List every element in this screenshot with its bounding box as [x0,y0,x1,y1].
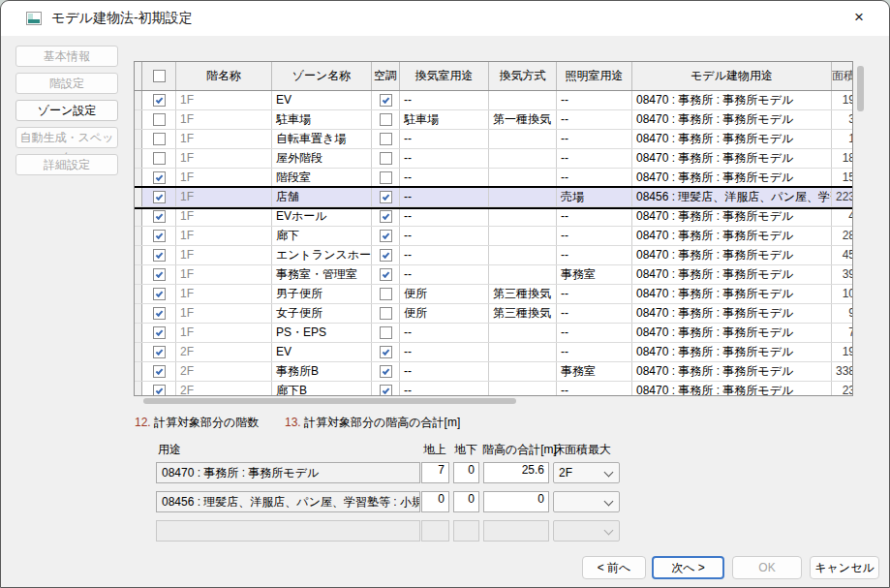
row-select-checkbox[interactable] [153,346,166,358]
table-row[interactable]: 1FEVホール----08470 : 事務所 : 事務所モデル4 [135,207,852,227]
hvac-checkbox[interactable] [380,113,392,126]
row-select-checkbox[interactable] [153,171,166,184]
height-sum-input[interactable]: 25.6 [483,462,549,483]
table-row[interactable]: 1FPS・EPS----08470 : 事務所 : 事務所モデル7 [135,324,852,343]
below-ground-input[interactable]: 0 [453,491,479,512]
above-ground-input[interactable]: 0 [421,491,449,512]
hvac-checkbox[interactable] [380,230,392,242]
row-select-checkbox[interactable] [153,326,166,339]
cell-lighting-room-use: -- [557,91,632,109]
sidebar-item-autogen-spec[interactable]: 自動生成・スペック [15,127,118,148]
row-select-checkbox-cell [142,91,176,109]
check-mark-icon [155,387,163,394]
above-ground-input [421,520,449,542]
row-header-strip [135,246,142,264]
select-all-checkbox[interactable] [153,70,166,82]
col-zone-name: ゾーン名称 [272,62,372,90]
table-row[interactable]: 1F事務室・管理室--事務室08470 : 事務所 : 事務所モデル39 [135,265,852,285]
hvac-checkbox[interactable] [380,171,392,184]
hvac-checkbox-cell [372,324,400,342]
prev-button[interactable]: < 前へ [582,556,646,579]
hvac-checkbox[interactable] [380,346,392,358]
next-button[interactable]: 次へ > [652,556,724,579]
row-select-checkbox[interactable] [153,307,166,320]
below-ground-input[interactable]: 0 [453,462,479,483]
col-vent-room-use: 換気室用途 [400,62,489,90]
check-mark-icon [382,251,389,259]
table-row[interactable]: 1FEV----08470 : 事務所 : 事務所モデル19 [135,91,852,110]
row-select-checkbox-cell [142,324,176,342]
cell-zone-name: EV [272,91,372,109]
hvac-checkbox[interactable] [380,152,392,165]
row-select-checkbox[interactable] [153,152,166,165]
table-row[interactable]: 1F廊下----08470 : 事務所 : 事務所モデル28 [135,227,852,246]
row-select-checkbox[interactable] [153,288,166,300]
cell-lighting-room-use: -- [557,169,632,187]
vertical-scrollbar-thumb[interactable] [857,66,864,111]
vertical-scrollbar[interactable] [857,63,864,396]
sidebar-item-basic-info[interactable]: 基本情報 [15,46,118,67]
row-header-strip [135,110,142,129]
floor-max-select[interactable]: 2F [553,462,620,483]
hvac-checkbox[interactable] [380,326,392,339]
table-row[interactable]: 1F階段室----08470 : 事務所 : 事務所モデル15 [135,169,852,188]
ok-button[interactable]: OK [732,556,802,579]
zone-table-body: 1FEV----08470 : 事務所 : 事務所モデル191F駐車場駐車場第一… [135,91,852,396]
table-row[interactable]: 2F廊下B----08470 : 事務所 : 事務所モデル23 [135,382,852,396]
row-select-checkbox-cell [142,227,176,245]
row-select-checkbox[interactable] [153,113,166,126]
row-header-strip [135,149,142,168]
horizontal-scrollbar[interactable] [136,398,852,405]
table-row[interactable]: 1F自転車置き場----08470 : 事務所 : 事務所モデル1 [135,130,852,149]
height-sum-input[interactable]: 0 [483,491,549,512]
table-row[interactable]: 1F男子便所便所第三種換気--08470 : 事務所 : 事務所モデル10 [135,285,852,304]
above-ground-input[interactable]: 7 [421,462,449,483]
hvac-checkbox[interactable] [380,307,392,320]
table-row[interactable]: 1F店舗--売場08456 : 理髪店、洋服店、パン屋、学習塾等223 [135,188,852,207]
hvac-checkbox-cell [372,149,400,168]
header-floor-area-max: 床面積最大 [553,442,611,458]
cell-model-building-use: 08470 : 事務所 : 事務所モデル [632,285,832,303]
row-select-checkbox[interactable] [153,385,166,396]
hvac-checkbox[interactable] [380,268,392,281]
table-row[interactable]: 1F女子便所便所第三種換気--08470 : 事務所 : 事務所モデル9 [135,304,852,324]
table-row[interactable]: 1Fエントランスホール----08470 : 事務所 : 事務所モデル45 [135,246,852,265]
table-row[interactable]: 1F屋外階段----08470 : 事務所 : 事務所モデル18 [135,149,852,169]
row-header-strip [135,382,142,396]
dialog-title: モデル建物法-初期設定 [51,10,193,27]
cell-floor-name: 1F [176,207,272,226]
row-select-checkbox[interactable] [153,94,166,107]
row-select-checkbox[interactable] [153,230,166,242]
floor-max-select[interactable] [553,491,620,512]
horizontal-scrollbar-thumb[interactable] [143,398,516,404]
sidebar-item-detail-settings[interactable]: 詳細設定 [15,154,118,175]
hvac-checkbox[interactable] [380,385,392,396]
hvac-checkbox[interactable] [380,191,392,203]
table-row[interactable]: 1F駐車場駐車場第一種換気--08470 : 事務所 : 事務所モデル3 [135,110,852,130]
header-below-ground: 地下 [448,442,483,458]
hvac-checkbox[interactable] [380,133,392,145]
row-header-strip [135,130,142,148]
hvac-checkbox[interactable] [380,249,392,262]
hvac-checkbox[interactable] [380,94,392,107]
row-select-checkbox[interactable] [153,191,166,203]
hvac-checkbox[interactable] [380,288,392,300]
table-row[interactable]: 2FEV----08470 : 事務所 : 事務所モデル19 [135,343,852,362]
close-icon[interactable]: × [837,1,881,34]
cell-vent-method: 第三種換気 [489,285,557,303]
cell-vent-room-use: -- [400,188,489,206]
row-select-checkbox[interactable] [153,249,166,262]
row-select-checkbox[interactable] [153,210,166,223]
check-mark-icon [155,270,163,278]
table-row[interactable]: 2F事務所B--事務室08470 : 事務所 : 事務所モデル338 [135,362,852,382]
sidebar-item-floor-settings[interactable]: 階設定 [15,73,118,94]
sidebar-item-zone-settings[interactable]: ゾーン設定 [15,100,118,121]
cancel-button[interactable]: キャンセル [810,556,879,579]
row-select-checkbox[interactable] [153,133,166,145]
hvac-checkbox[interactable] [380,365,392,378]
cell-vent-room-use: -- [400,227,489,245]
row-select-checkbox[interactable] [153,365,166,378]
check-mark-icon [382,387,389,394]
row-select-checkbox[interactable] [153,268,166,281]
hvac-checkbox[interactable] [380,210,392,223]
